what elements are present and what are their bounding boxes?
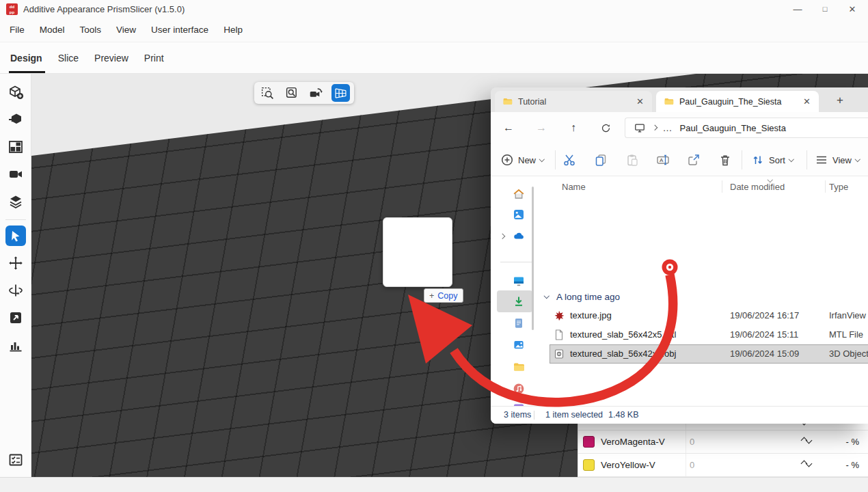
breadcrumb-location[interactable]: Paul_Gauguin_The_Siesta — [680, 123, 786, 133]
copy-button[interactable] — [594, 152, 608, 168]
back-button[interactable]: ← — [499, 118, 518, 137]
menu-model[interactable]: Model — [32, 25, 72, 35]
documents-icon[interactable] — [513, 317, 525, 329]
obj-file-icon — [554, 348, 565, 359]
file-row-mtl[interactable]: textured_slab_56x42x5.mtl 19/06/2024 15:… — [540, 325, 868, 344]
tab-slice[interactable]: Slice — [58, 42, 79, 73]
tab-print[interactable]: Print — [144, 42, 164, 73]
import-model-icon[interactable] — [8, 111, 24, 128]
scale-tool-icon[interactable] — [8, 310, 24, 326]
view-label: View — [832, 155, 852, 165]
file-type: 3D Object — [829, 344, 868, 364]
zoom-to-fit-button[interactable] — [283, 84, 301, 102]
close-button[interactable]: ✕ — [837, 0, 868, 18]
file-row-texture-jpg[interactable]: texture.jpg 19/06/2024 16:17 IrfanView J — [540, 306, 868, 325]
new-label: New — [518, 155, 536, 165]
reset-camera-button[interactable] — [308, 84, 326, 102]
onedrive-icon[interactable] — [513, 230, 525, 243]
selection-count: 1 item selected — [545, 407, 603, 424]
material-value-input[interactable]: 0 — [690, 454, 694, 476]
viewports-layout-icon[interactable] — [8, 139, 24, 155]
trash-icon — [718, 153, 732, 167]
move-tool-icon[interactable] — [8, 255, 24, 271]
address-bar[interactable]: … Paul_Gauguin_The_Siesta — [625, 118, 868, 138]
close-icon: ✕ — [849, 4, 856, 14]
explorer-tab-strip: Tutorial ✕ Paul_Gauguin_The_Siesta ✕ + — [491, 87, 868, 112]
material-value-input[interactable]: 0 — [690, 430, 694, 453]
camera-icon[interactable] — [8, 166, 24, 182]
plus-icon: + — [429, 291, 434, 301]
new-tab-button[interactable]: + — [831, 92, 849, 109]
file-date: 19/06/2024 15:11 — [730, 325, 798, 344]
explorer-nav-row: ← → ↑ … Paul_Gauguin_The_Siesta — [491, 112, 868, 144]
color-swatch-magenta — [583, 436, 595, 448]
nav-scrollbar[interactable] — [532, 187, 534, 330]
zoom-to-fit-icon — [285, 86, 299, 100]
refresh-button[interactable] — [596, 118, 615, 137]
sort-button[interactable]: Sort — [751, 152, 793, 168]
tab-design[interactable]: Design — [10, 42, 42, 73]
rename-button[interactable]: A — [656, 152, 670, 168]
file-row-obj-selected[interactable]: textured_slab_56x42x5.obj 19/06/2024 15:… — [540, 344, 868, 364]
selection-size: 1.48 KB — [608, 407, 638, 424]
rotate-tool-icon[interactable] — [8, 282, 24, 299]
folder-icon — [502, 96, 513, 107]
group-header[interactable]: A long time ago — [556, 290, 620, 305]
maximize-icon: □ — [823, 5, 828, 13]
app-status-strip — [0, 477, 868, 492]
menu-user-interface[interactable]: User interface — [144, 25, 216, 35]
statistics-icon[interactable] — [8, 337, 24, 353]
delete-button[interactable] — [718, 152, 732, 168]
mode-tab-bar: Design Slice Preview Print — [0, 42, 868, 74]
tab-preview[interactable]: Preview — [94, 42, 128, 73]
add-model-icon[interactable] — [8, 84, 24, 100]
desktop-icon[interactable] — [513, 275, 525, 287]
gallery-icon[interactable] — [513, 208, 525, 221]
share-button[interactable] — [687, 152, 701, 168]
tab-close-icon[interactable]: ✕ — [636, 96, 644, 107]
print-settings-icon[interactable] — [8, 452, 24, 468]
onedrive-expand-chevron[interactable] — [500, 234, 505, 239]
paste-icon — [625, 153, 639, 167]
cut-button[interactable] — [562, 152, 576, 168]
file-type: IrfanView J — [829, 306, 868, 325]
paste-button[interactable] — [625, 152, 639, 168]
explorer-tab-paul-gauguin[interactable]: Paul_Gauguin_The_Siesta ✕ — [656, 91, 819, 112]
column-header-date[interactable]: Date modified — [730, 182, 785, 192]
item-count: 3 items — [504, 407, 531, 424]
view-button[interactable]: View — [815, 152, 859, 168]
zoom-selection-icon — [260, 86, 275, 100]
layers-icon[interactable] — [8, 193, 24, 210]
share-icon — [687, 153, 701, 167]
home-icon[interactable] — [513, 188, 525, 200]
pictures-icon[interactable] — [513, 339, 525, 351]
material-name: VeroYellow-V — [601, 454, 655, 476]
breadcrumb-ellipsis[interactable]: … — [663, 122, 673, 133]
zoom-selection-button[interactable] — [258, 84, 277, 102]
column-header-type[interactable]: Type — [829, 182, 848, 192]
material-stepper[interactable] — [802, 433, 811, 452]
reset-camera-icon — [309, 86, 323, 100]
music-icon[interactable] — [513, 383, 525, 395]
this-pc-icon — [634, 122, 645, 133]
app-window: ddpp Additive Appearance PrismSlicer (v1… — [0, 0, 868, 492]
folder-icon[interactable] — [513, 361, 525, 373]
menu-help[interactable]: Help — [216, 25, 250, 35]
forward-button[interactable]: → — [532, 118, 551, 137]
tab-close-icon[interactable]: ✕ — [803, 96, 811, 107]
up-button[interactable]: ↑ — [564, 118, 583, 137]
menu-file[interactable]: File — [2, 25, 32, 35]
downloads-icon[interactable] — [513, 295, 525, 308]
material-stepper[interactable] — [802, 456, 811, 475]
column-header-name[interactable]: Name — [562, 182, 586, 192]
group-collapse-chevron[interactable] — [544, 293, 550, 299]
select-tool-button[interactable] — [5, 226, 26, 246]
material-row-magenta: VeroMagenta-V 0 - % — [578, 430, 868, 454]
new-button[interactable]: New — [500, 152, 544, 168]
menu-bar: File Model Tools View User interface Hel… — [0, 18, 868, 42]
menu-view[interactable]: View — [109, 25, 144, 35]
perspective-view-button[interactable] — [331, 84, 350, 102]
menu-tools[interactable]: Tools — [72, 25, 109, 35]
sidebar-divider — [5, 219, 26, 220]
explorer-tab-tutorial[interactable]: Tutorial ✕ — [495, 91, 652, 112]
